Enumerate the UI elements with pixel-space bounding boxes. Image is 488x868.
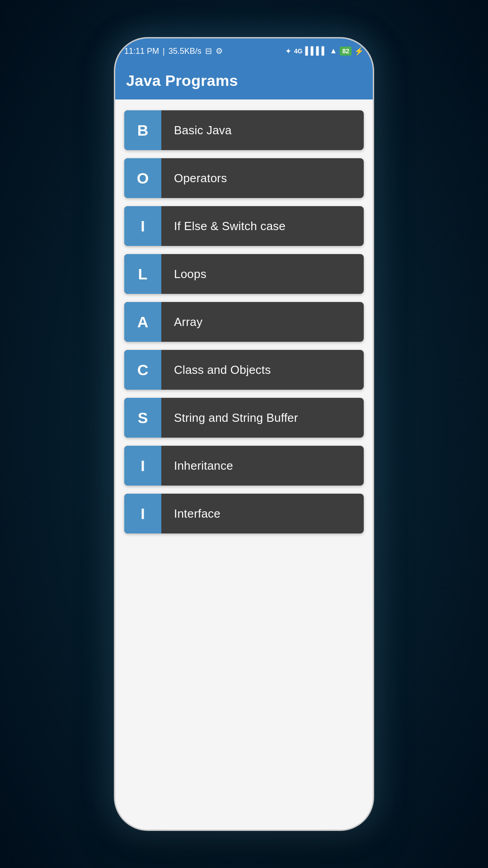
list-item[interactable]: BBasic Java <box>124 110 364 150</box>
status-left: 11:11 PM | 35.5KB/s ⊟ ⚙ <box>124 46 223 56</box>
item-icon-letter: S <box>124 398 161 438</box>
item-label: Operators <box>161 171 227 185</box>
list-item[interactable]: OOperators <box>124 158 364 198</box>
item-label: If Else & Switch case <box>161 219 286 233</box>
item-label: Array <box>161 315 202 329</box>
status-time: 11:11 PM <box>124 47 159 56</box>
item-icon-letter: L <box>124 254 161 294</box>
status-right: ✦ 4G ▌▌▌▌ ▲ 82 ⚡ <box>285 47 364 56</box>
content-area: BBasic JavaOOperatorsIIf Else & Switch c… <box>115 99 373 830</box>
item-icon-letter: O <box>124 158 161 198</box>
item-label: Loops <box>161 267 206 281</box>
storage-icon: ⊟ <box>205 46 212 56</box>
wifi-icon: ▲ <box>330 47 338 56</box>
item-label: Inheritance <box>161 459 233 473</box>
phone-shell: 11:11 PM | 35.5KB/s ⊟ ⚙ ✦ 4G ▌▌▌▌ ▲ 82 ⚡… <box>115 38 373 830</box>
item-icon-letter: I <box>124 494 161 533</box>
app-title: Java Programs <box>126 72 362 90</box>
bluetooth-icon: ✦ <box>285 47 291 56</box>
list-item[interactable]: IInterface <box>124 494 364 533</box>
app-header: Java Programs <box>115 64 373 99</box>
item-label: String and String Buffer <box>161 411 298 425</box>
list-item[interactable]: LLoops <box>124 254 364 294</box>
list-item[interactable]: CClass and Objects <box>124 350 364 390</box>
item-label: Class and Objects <box>161 363 271 377</box>
item-icon-letter: C <box>124 350 161 390</box>
item-label: Basic Java <box>161 123 232 137</box>
item-icon-letter: A <box>124 302 161 342</box>
battery-indicator: 82 <box>340 47 352 56</box>
list-item[interactable]: AArray <box>124 302 364 342</box>
charging-icon: ⚡ <box>354 47 364 56</box>
list-item[interactable]: SString and String Buffer <box>124 398 364 438</box>
signal-bars-icon: ▌▌▌▌ <box>305 47 327 56</box>
list-item[interactable]: IInheritance <box>124 446 364 486</box>
list-item[interactable]: IIf Else & Switch case <box>124 206 364 246</box>
status-separator: | <box>163 47 165 56</box>
item-icon-letter: I <box>124 446 161 486</box>
settings-icon: ⚙ <box>216 46 223 56</box>
item-icon-letter: B <box>124 110 161 150</box>
item-icon-letter: I <box>124 206 161 246</box>
signal-4g-icon: 4G <box>294 47 303 55</box>
item-label: Interface <box>161 507 221 521</box>
status-bar: 11:11 PM | 35.5KB/s ⊟ ⚙ ✦ 4G ▌▌▌▌ ▲ 82 ⚡ <box>115 38 373 64</box>
status-speed: 35.5KB/s <box>169 47 202 56</box>
